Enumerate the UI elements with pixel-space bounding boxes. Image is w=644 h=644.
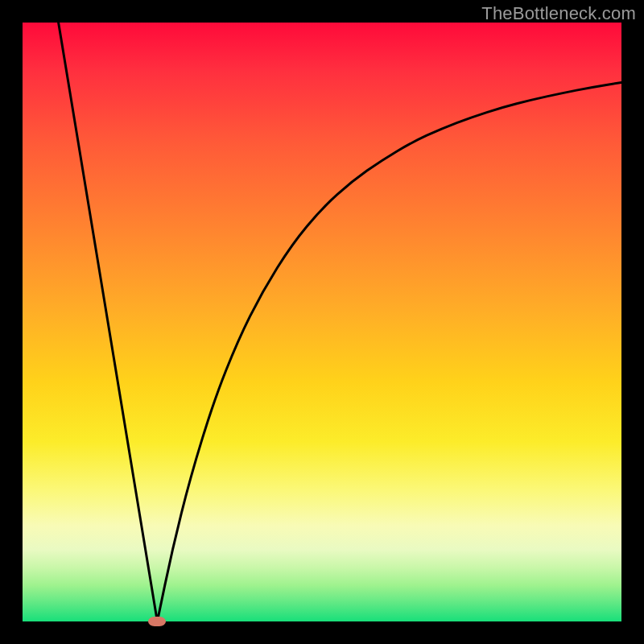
bottleneck-curve [23, 23, 621, 621]
minimum-marker [148, 617, 166, 626]
watermark-text: TheBottleneck.com [481, 3, 636, 24]
curve-path [59, 23, 621, 621]
plot-area [23, 23, 621, 621]
chart-frame: TheBottleneck.com [0, 0, 644, 644]
